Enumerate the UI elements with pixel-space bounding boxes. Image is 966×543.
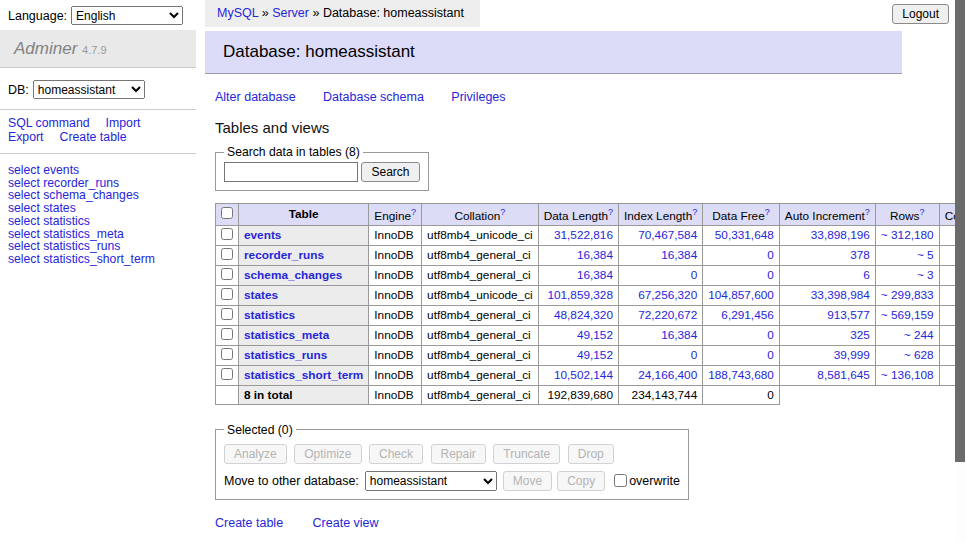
table-row: eventsInnoDButf8mb4_unicode_ci31,522,816…	[216, 225, 966, 245]
row-checkbox[interactable]	[221, 328, 233, 340]
data-length-link[interactable]: 10,502,144	[554, 368, 613, 382]
breadcrumb: MySQL » Server » Database: homeassistant	[205, 0, 480, 27]
data-free-link[interactable]: 0	[767, 248, 774, 262]
create-table-link-bottom[interactable]: Create table	[215, 516, 283, 530]
app-version: 4.7.9	[82, 44, 106, 56]
move-database-select[interactable]: homeassistant	[365, 471, 497, 491]
column-help-link[interactable]: ?	[411, 207, 416, 217]
data-free-link[interactable]: 0	[767, 328, 774, 342]
table-link[interactable]: schema_changes	[244, 268, 342, 282]
rows-link[interactable]: ~ 299,833	[881, 288, 934, 302]
data-free-link[interactable]: 50,331,648	[715, 228, 774, 242]
db-select[interactable]: homeassistant	[33, 80, 145, 99]
search-button[interactable]: Search	[361, 162, 419, 182]
data-length-link[interactable]: 31,522,816	[554, 228, 613, 242]
sql-command-link[interactable]: SQL command	[8, 116, 90, 130]
column-help-link[interactable]: ?	[500, 207, 505, 217]
scrollbar-thumb[interactable]	[955, 0, 965, 462]
row-check-cell	[216, 225, 239, 245]
index-length-link[interactable]: 72,220,672	[638, 308, 697, 322]
index-length-link[interactable]: 70,467,584	[638, 228, 697, 242]
row-checkbox[interactable]	[221, 248, 233, 260]
copy-button[interactable]: Copy	[557, 471, 605, 491]
app-name: Adminer	[14, 39, 77, 58]
table-link[interactable]: recorder_runs	[244, 248, 324, 262]
index-length-cell: 67,256,320	[618, 285, 702, 305]
logout-button[interactable]: Logout	[892, 4, 949, 24]
index-length-link[interactable]: 0	[691, 268, 698, 282]
data-free-link[interactable]: 104,857,600	[708, 288, 774, 302]
index-length-link[interactable]: 24,166,400	[638, 368, 697, 382]
column-help-link[interactable]: ?	[919, 207, 924, 217]
rows-link[interactable]: ~ 569,159	[881, 308, 934, 322]
index-length-link[interactable]: 67,256,320	[638, 288, 697, 302]
row-checkbox[interactable]	[221, 228, 233, 240]
data-length-link[interactable]: 49,152	[577, 328, 613, 342]
data-free-link[interactable]: 6,291,456	[721, 308, 773, 322]
data-length-link[interactable]: 101,859,328	[547, 288, 613, 302]
create-table-link[interactable]: Create table	[60, 130, 127, 144]
auto-increment-link[interactable]: 39,999	[834, 348, 870, 362]
data-length-link[interactable]: 16,384	[577, 248, 613, 262]
move-button[interactable]: Move	[503, 471, 552, 491]
optimize-button[interactable]: Optimize	[294, 444, 361, 464]
index-length-link[interactable]: 16,384	[661, 248, 697, 262]
create-view-link[interactable]: Create view	[313, 516, 379, 530]
table-link[interactable]: statistics_meta	[244, 328, 329, 342]
rows-link[interactable]: ~ 136,108	[881, 368, 934, 382]
repair-button[interactable]: Repair	[431, 444, 486, 464]
select-all-checkbox[interactable]	[221, 207, 233, 219]
column-help-link[interactable]: ?	[865, 207, 870, 217]
row-checkbox[interactable]	[221, 288, 233, 300]
column-help-link[interactable]: ?	[692, 207, 697, 217]
breadcrumb-mysql-link[interactable]: MySQL	[217, 6, 258, 20]
auto-increment-link[interactable]: 8,581,645	[817, 368, 869, 382]
index-length-link[interactable]: 16,384	[661, 328, 697, 342]
import-link[interactable]: Import	[106, 116, 141, 130]
table-link[interactable]: statistics_runs	[244, 348, 327, 362]
rows-link[interactable]: ~ 312,180	[881, 228, 934, 242]
truncate-button[interactable]: Truncate	[493, 444, 560, 464]
row-checkbox[interactable]	[221, 348, 233, 360]
data-free-link[interactable]: 0	[767, 268, 774, 282]
column-help-link[interactable]: ?	[765, 207, 770, 217]
data-length-link[interactable]: 16,384	[577, 268, 613, 282]
data-length-link[interactable]: 48,824,320	[554, 308, 613, 322]
row-checkbox[interactable]	[221, 368, 233, 380]
auto-increment-link[interactable]: 378	[850, 248, 870, 262]
breadcrumb-server-link[interactable]: Server	[272, 6, 309, 20]
search-input[interactable]	[224, 162, 358, 182]
auto-increment-link[interactable]: 33,398,984	[811, 288, 870, 302]
index-length-cell: 24,166,400	[618, 365, 702, 385]
row-checkbox[interactable]	[221, 308, 233, 320]
export-link[interactable]: Export	[8, 130, 44, 144]
table-link[interactable]: events	[244, 228, 281, 242]
privileges-link[interactable]: Privileges	[451, 90, 505, 104]
auto-increment-link[interactable]: 33,898,196	[811, 228, 870, 242]
language-select[interactable]: English	[71, 6, 183, 25]
data-free-link[interactable]: 0	[767, 348, 774, 362]
database-schema-link[interactable]: Database schema	[323, 90, 424, 104]
sidebar-select-link[interactable]: select statistics_short_term	[8, 252, 155, 266]
rows-link[interactable]: ~ 244	[904, 328, 934, 342]
auto-increment-link[interactable]: 325	[850, 328, 870, 342]
data-length-link[interactable]: 49,152	[577, 348, 613, 362]
overwrite-checkbox[interactable]	[614, 474, 627, 487]
table-link[interactable]: states	[244, 288, 278, 302]
alter-database-link[interactable]: Alter database	[215, 90, 296, 104]
analyze-button[interactable]: Analyze	[224, 444, 287, 464]
rows-link[interactable]: ~ 3	[917, 268, 934, 282]
rows-link[interactable]: ~ 628	[904, 348, 934, 362]
check-button[interactable]: Check	[369, 444, 423, 464]
table-link[interactable]: statistics	[244, 308, 295, 322]
auto-increment-link[interactable]: 913,577	[827, 308, 870, 322]
engine-cell: InnoDB	[369, 285, 422, 305]
column-help-link[interactable]: ?	[608, 207, 613, 217]
data-free-link[interactable]: 188,743,680	[708, 368, 774, 382]
index-length-link[interactable]: 0	[691, 348, 698, 362]
row-checkbox[interactable]	[221, 268, 233, 280]
rows-link[interactable]: ~ 5	[917, 248, 934, 262]
table-link[interactable]: statistics_short_term	[244, 368, 363, 382]
drop-button[interactable]: Drop	[568, 444, 614, 464]
auto-increment-link[interactable]: 6	[863, 268, 870, 282]
